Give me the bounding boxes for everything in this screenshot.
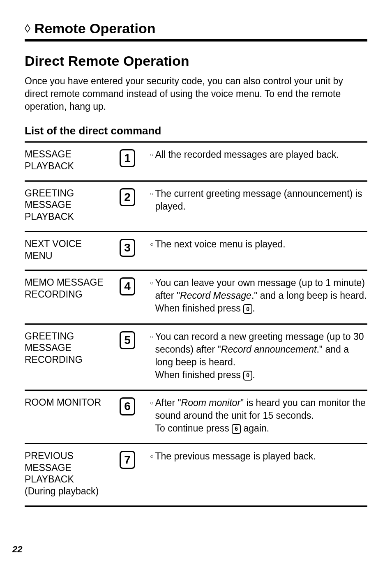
description-text: After "Room monitor" is heard you can mo… <box>155 397 367 435</box>
section-header: ◊ Remote Operation <box>25 21 367 42</box>
command-label: PREVIOUS MESSAGE PLAYBACK (During playba… <box>25 450 105 497</box>
bullet-row: ○ The next voice menu is played. <box>150 238 367 251</box>
desc-post: When finished press <box>155 303 243 314</box>
bullet-icon: ○ <box>150 397 153 409</box>
command-label: MEMO MESSAGE RECORDING <box>25 277 105 300</box>
command-key-col: 2 <box>113 187 142 206</box>
bullet-row: ○ You can record a new greeting message … <box>150 330 367 381</box>
description-text: All the recorded messages are played bac… <box>155 148 367 161</box>
page-number: 22 <box>12 544 22 555</box>
command-row: MESSAGE PLAYBACK 1 ○ All the recorded me… <box>25 141 367 180</box>
bullet-icon: ○ <box>150 450 153 462</box>
desc-pre: All the recorded messages are played bac… <box>155 149 339 160</box>
command-label: NEXT VOICE MENU <box>25 238 105 262</box>
command-description: ○ You can leave your own message (up to … <box>150 277 367 315</box>
command-key-col: 1 <box>113 148 142 167</box>
command-description: ○ The previous message is played back. <box>150 450 367 463</box>
description-text: The current greeting message (announceme… <box>155 187 367 213</box>
keycap-icon: 5 <box>120 331 135 349</box>
intro-paragraph: Once you have entered your security code… <box>25 75 367 113</box>
desc-pre: After " <box>155 397 181 408</box>
bullet-row: ○ The previous message is played back. <box>150 450 367 463</box>
command-label: MESSAGE PLAYBACK <box>25 148 105 172</box>
command-label: GREETING MESSAGE RECORDING <box>25 330 105 366</box>
description-text: You can record a new greeting message (u… <box>155 330 367 381</box>
description-text: You can leave your own message (up to 1 … <box>155 277 367 315</box>
bullet-row: ○ The current greeting message (announce… <box>150 187 367 213</box>
desc-pre: The next voice menu is played. <box>155 239 285 249</box>
desc-tail: . <box>252 369 255 380</box>
desc-italic: Room monitor <box>181 397 240 408</box>
description-text: The previous message is played back. <box>155 450 367 463</box>
command-row: GREETING MESSAGE PLAYBACK 2 ○ The curren… <box>25 180 367 231</box>
keycap-inline-icon: 6 <box>232 424 241 434</box>
command-row: NEXT VOICE MENU 3 ○ The next voice menu … <box>25 231 367 270</box>
bullet-row: ○ You can leave your own message (up to … <box>150 277 367 315</box>
command-row: MEMO MESSAGE RECORDING 4 ○ You can leave… <box>25 270 367 323</box>
desc-pre: The previous message is played back. <box>155 451 316 461</box>
keycap-inline-icon: 0 <box>243 304 252 314</box>
bullet-icon: ○ <box>150 148 153 161</box>
bullet-icon: ○ <box>150 330 153 343</box>
command-key-col: 6 <box>113 397 142 415</box>
description-text: The next voice menu is played. <box>155 238 367 251</box>
command-row: ROOM MONITOR 6 ○ After "Room monitor" is… <box>25 390 367 443</box>
command-description: ○ The next voice menu is played. <box>150 238 367 251</box>
command-row: GREETING MESSAGE RECORDING 5 ○ You can r… <box>25 323 367 390</box>
desc-pre: The current greeting message (announceme… <box>155 188 362 212</box>
command-table: MESSAGE PLAYBACK 1 ○ All the recorded me… <box>25 141 367 507</box>
subsection-title: Direct Remote Operation <box>25 53 367 69</box>
command-key-col: 4 <box>113 277 142 295</box>
desc-italic: Record announcement <box>221 344 317 355</box>
manual-page: ◊ Remote Operation Direct Remote Operati… <box>0 0 392 563</box>
desc-post: When finished press <box>155 369 243 380</box>
command-description: ○ The current greeting message (announce… <box>150 187 367 213</box>
command-label: ROOM MONITOR <box>25 397 105 408</box>
command-key-col: 5 <box>113 330 142 349</box>
bullet-row: ○ All the recorded messages are played b… <box>150 148 367 161</box>
command-key-col: 3 <box>113 238 142 257</box>
keycap-inline-icon: 0 <box>243 371 252 381</box>
keycap-icon: 6 <box>120 397 135 415</box>
bullet-icon: ○ <box>150 277 153 289</box>
keycap-icon: 2 <box>120 188 135 206</box>
bullet-icon: ○ <box>150 238 153 250</box>
command-row: PREVIOUS MESSAGE PLAYBACK (During playba… <box>25 443 367 507</box>
bullet-row: ○ After "Room monitor" is heard you can … <box>150 397 367 435</box>
keycap-icon: 3 <box>120 239 135 257</box>
command-key-col: 7 <box>113 450 142 469</box>
desc-tail: . <box>252 303 255 314</box>
command-description: ○ All the recorded messages are played b… <box>150 148 367 161</box>
keycap-icon: 1 <box>120 149 135 167</box>
desc-post: To continue press <box>155 423 232 434</box>
diamond-icon: ◊ <box>25 23 30 35</box>
list-title: List of the direct command <box>25 125 367 137</box>
command-description: ○ After "Room monitor" is heard you can … <box>150 397 367 435</box>
desc-mid: ." and a long beep is heard. <box>251 290 367 301</box>
command-description: ○ You can record a new greeting message … <box>150 330 367 381</box>
keycap-icon: 4 <box>120 277 135 295</box>
section-title: Remote Operation <box>35 21 156 37</box>
bullet-icon: ○ <box>150 187 153 200</box>
command-label: GREETING MESSAGE PLAYBACK <box>25 187 105 223</box>
keycap-icon: 7 <box>120 451 135 469</box>
desc-italic: Record Message <box>180 290 251 301</box>
desc-tail: again. <box>241 423 269 434</box>
